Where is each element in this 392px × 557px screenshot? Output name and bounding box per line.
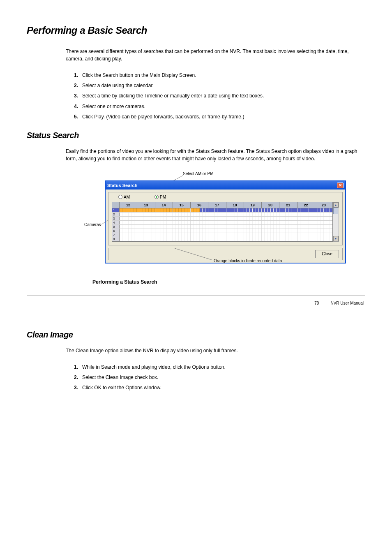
camera-row-label: 2 <box>112 213 120 216</box>
radio-am[interactable]: AM <box>118 195 130 199</box>
table-row: 8 <box>112 237 332 241</box>
callout-cameras: Cameras <box>84 222 101 227</box>
timeline-grid[interactable]: 12 13 14 15 16 17 18 19 20 21 22 <box>112 202 333 242</box>
heading-performing-basic-search: Performing a Basic Search <box>27 25 365 36</box>
basic-search-intro: There are several different types of sea… <box>66 48 365 62</box>
table-row: 1 <box>112 208 332 213</box>
list-item: 5.Click Play. (Video can be played forwa… <box>74 113 365 121</box>
hour-header-cell: 15 <box>173 202 191 208</box>
hour-header-cell: 13 <box>137 202 155 208</box>
list-item: 4.Select one or more cameras. <box>74 103 365 111</box>
list-item: 1.Click the Search button on the Main Di… <box>74 72 365 79</box>
status-search-screenshot: Cameras Status Search ✕ AM <box>105 180 365 263</box>
hour-header-cell: 17 <box>208 202 226 208</box>
table-row: 3 <box>112 217 332 221</box>
camera-row-label: 1 <box>112 208 120 212</box>
heading-clean-image: Clean Image <box>27 330 365 340</box>
table-row: 6 <box>112 229 332 233</box>
table-row: 7 <box>112 233 332 237</box>
hour-header-cell: 12 <box>120 202 137 208</box>
radio-pm-label: PM <box>160 195 166 199</box>
camera-row-label: 6 <box>112 229 120 233</box>
callout-select-ampm: Select AM or PM <box>183 171 213 176</box>
scroll-down-button[interactable]: ▾ <box>333 236 339 241</box>
camera-row-label: 4 <box>112 221 120 224</box>
camera-row-label: 8 <box>112 237 120 241</box>
status-search-window: Status Search ✕ AM PM <box>105 180 346 263</box>
camera-row-label: 7 <box>112 233 120 237</box>
hour-header-cell: 19 <box>244 202 262 208</box>
hour-header-cell: 23 <box>315 202 332 208</box>
list-item: 3.Click OK to exit the Options window. <box>74 384 365 392</box>
hour-header-cell: 18 <box>226 202 244 208</box>
close-icon: ✕ <box>339 183 342 187</box>
list-item: 1.While in Search mode and playing video… <box>74 363 365 371</box>
heading-status-search: Status Search <box>27 131 365 140</box>
status-steps-heading: Performing a Status Search <box>92 278 365 286</box>
table-row: 5 <box>112 225 332 229</box>
radio-am-label: AM <box>124 195 130 199</box>
vertical-scrollbar[interactable]: ▴ ▾ <box>333 202 339 242</box>
doc-title-footer: NVR User Manual <box>330 301 364 305</box>
divider <box>27 296 365 296</box>
chevron-down-icon: ▾ <box>335 237 337 240</box>
list-item: 2.Select a date using the calendar. <box>74 82 365 90</box>
hour-header-cell: 16 <box>191 202 208 208</box>
hour-header-cell: 21 <box>279 202 297 208</box>
basic-search-steps: 1.Click the Search button on the Main Di… <box>74 72 365 121</box>
hour-header-row: 12 13 14 15 16 17 18 19 20 21 22 <box>112 202 332 208</box>
window-title: Status Search <box>107 183 137 188</box>
list-item: 2.Select the Clean Image check box. <box>74 374 365 381</box>
window-close-button[interactable]: ✕ <box>337 183 344 188</box>
hour-header-cell: 22 <box>297 202 315 208</box>
hour-header-cell: 14 <box>155 202 173 208</box>
status-search-intro: Easily find the portions of video you ar… <box>66 148 365 162</box>
table-row: 2 <box>112 213 332 217</box>
clean-image-steps: 1.While in Search mode and playing video… <box>74 363 365 392</box>
close-button[interactable]: Close <box>315 250 339 258</box>
scroll-thumb[interactable] <box>333 208 338 214</box>
page-footer: 79 NVR User Manual <box>27 301 365 305</box>
table-row: 4 <box>112 221 332 225</box>
list-item: 3.Select a time by clicking the Timeline… <box>74 92 365 100</box>
chevron-up-icon: ▴ <box>335 203 337 207</box>
window-titlebar: Status Search ✕ <box>106 181 345 190</box>
page-number: 79 <box>314 301 319 305</box>
clean-image-intro: The Clean Image option allows the NVR to… <box>66 347 365 354</box>
hour-header-cell: 20 <box>262 202 279 208</box>
camera-row-label: 3 <box>112 217 120 220</box>
radio-pm[interactable]: PM <box>154 195 166 199</box>
camera-row-label: 5 <box>112 225 120 229</box>
scroll-up-button[interactable]: ▴ <box>333 202 339 208</box>
callout-recorded-data: Orange blocks indicate recorded data <box>214 259 282 263</box>
